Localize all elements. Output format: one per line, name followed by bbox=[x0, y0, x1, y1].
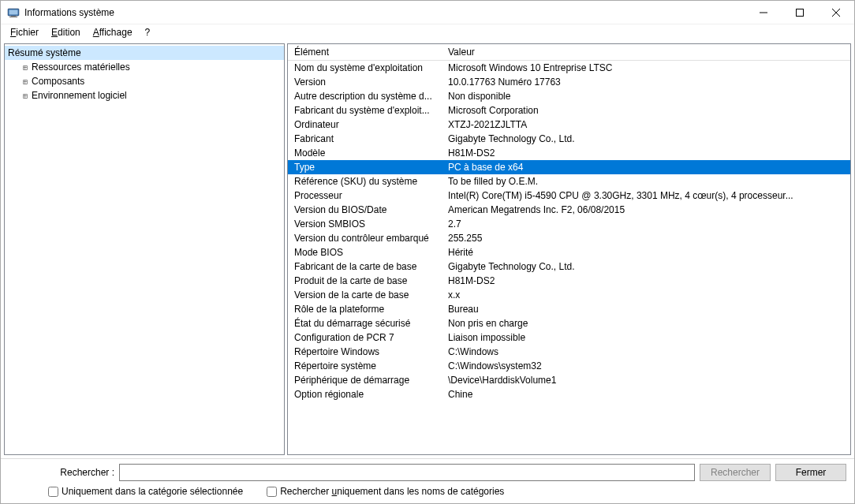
tree-item-label: Environnement logiciel bbox=[32, 90, 127, 101]
cell-value: Non disponible bbox=[442, 89, 850, 103]
cell-value: Non pris en charge bbox=[442, 316, 850, 330]
cell-element: Nom du système d'exploitation bbox=[288, 61, 442, 76]
table-row[interactable]: Version10.0.17763 Numéro 17763 bbox=[288, 75, 850, 89]
cell-element: Mode BIOS bbox=[288, 245, 442, 259]
cell-element: Version de la carte de base bbox=[288, 288, 442, 302]
cell-element: Fabricant du système d'exploit... bbox=[288, 103, 442, 118]
cell-value: H81M-DS2 bbox=[442, 146, 850, 160]
menu-help[interactable]: ? bbox=[139, 25, 157, 39]
check-selected-input[interactable] bbox=[48, 487, 58, 497]
tree-item[interactable]: ⊞Ressources matérielles bbox=[5, 60, 284, 74]
detail-scroll[interactable]: Élément Valeur Nom du système d'exploita… bbox=[288, 44, 850, 454]
cell-value: \Device\HarddiskVolume1 bbox=[442, 373, 850, 387]
close-footer-button[interactable]: Fermer bbox=[775, 464, 846, 481]
svg-rect-3 bbox=[9, 17, 17, 17]
menu-file[interactable]: Fichier bbox=[4, 25, 45, 39]
window-controls bbox=[745, 1, 854, 24]
table-row[interactable]: État du démarrage sécuriséNon pris en ch… bbox=[288, 316, 850, 330]
table-row[interactable]: Répertoire WindowsC:\Windows bbox=[288, 345, 850, 359]
tree-item[interactable]: ⊞Composants bbox=[5, 74, 284, 88]
app-icon bbox=[7, 6, 20, 19]
cell-element: Type bbox=[288, 160, 442, 174]
cell-element: Rôle de la plateforme bbox=[288, 302, 442, 316]
table-row[interactable]: Autre description du système d...Non dis… bbox=[288, 89, 850, 103]
cell-value: 2.7 bbox=[442, 217, 850, 231]
table-row[interactable]: FabricantGigabyte Technology Co., Ltd. bbox=[288, 132, 850, 146]
cell-element: Processeur bbox=[288, 189, 442, 203]
cell-element: Ordinateur bbox=[288, 118, 442, 132]
check-selected-category[interactable]: Uniquement dans la catégorie sélectionné… bbox=[48, 486, 243, 497]
table-row[interactable]: TypePC à base de x64 bbox=[288, 160, 850, 174]
search-input[interactable] bbox=[119, 464, 695, 481]
cell-element: Produit de la carte de base bbox=[288, 274, 442, 288]
tree-item-label: Ressources matérielles bbox=[32, 62, 130, 73]
table-row[interactable]: Rôle de la plateformeBureau bbox=[288, 302, 850, 316]
table-row[interactable]: Version du contrôleur embarqué255.255 bbox=[288, 231, 850, 245]
cell-element: Modèle bbox=[288, 146, 442, 160]
search-row: Rechercher : Rechercher Fermer bbox=[9, 464, 846, 481]
table-row[interactable]: Version de la carte de basex.x bbox=[288, 288, 850, 302]
table-row[interactable]: Périphérique de démarrage\Device\Harddis… bbox=[288, 373, 850, 387]
table-row[interactable]: Version SMBIOS2.7 bbox=[288, 217, 850, 231]
svg-rect-2 bbox=[11, 16, 16, 17]
table-row[interactable]: Nom du système d'exploitationMicrosoft W… bbox=[288, 61, 850, 76]
cell-value: C:\Windows bbox=[442, 345, 850, 359]
search-label: Rechercher : bbox=[9, 467, 114, 478]
window-title: Informations système bbox=[24, 7, 745, 18]
cell-value: Chine bbox=[442, 387, 850, 401]
table-row[interactable]: Fabricant de la carte de baseGigabyte Te… bbox=[288, 259, 850, 274]
cell-element: Version du BIOS/Date bbox=[288, 203, 442, 217]
expand-icon[interactable]: ⊞ bbox=[21, 77, 30, 86]
cell-element: Version bbox=[288, 75, 442, 89]
cell-value: 10.0.17763 Numéro 17763 bbox=[442, 75, 850, 89]
table-row[interactable]: ProcesseurIntel(R) Core(TM) i5-4590 CPU … bbox=[288, 189, 850, 203]
check-category-names[interactable]: Rechercher uniquement dans les noms de c… bbox=[267, 486, 504, 497]
table-row[interactable]: Fabricant du système d'exploit...Microso… bbox=[288, 103, 850, 118]
cell-value: Microsoft Corporation bbox=[442, 103, 850, 118]
cell-value: H81M-DS2 bbox=[442, 274, 850, 288]
column-header-value[interactable]: Valeur bbox=[442, 44, 850, 61]
column-header-element[interactable]: Élément bbox=[288, 44, 442, 61]
table-row[interactable]: Référence (SKU) du systèmeTo be filled b… bbox=[288, 174, 850, 189]
table-row[interactable]: Option régionaleChine bbox=[288, 387, 850, 401]
cell-value: Gigabyte Technology Co., Ltd. bbox=[442, 259, 850, 274]
table-row[interactable]: Version du BIOS/DateAmerican Megatrends … bbox=[288, 203, 850, 217]
minimize-button[interactable] bbox=[745, 1, 782, 24]
cell-element: Version du contrôleur embarqué bbox=[288, 231, 442, 245]
tree-root[interactable]: Résumé système bbox=[5, 46, 284, 60]
cell-value: Hérité bbox=[442, 245, 850, 259]
cell-value: Gigabyte Technology Co., Ltd. bbox=[442, 132, 850, 146]
tree-item-label: Composants bbox=[32, 76, 84, 87]
search-button[interactable]: Rechercher bbox=[700, 464, 771, 481]
cell-value: Microsoft Windows 10 Entreprise LTSC bbox=[442, 61, 850, 76]
check-names-input[interactable] bbox=[267, 487, 277, 497]
tree-item[interactable]: ⊞Environnement logiciel bbox=[5, 88, 284, 103]
table-row[interactable]: Répertoire systèmeC:\Windows\system32 bbox=[288, 359, 850, 373]
table-row[interactable]: Configuration de PCR 7Liaison impossible bbox=[288, 330, 850, 345]
menubar: Fichier Edition Affichage ? bbox=[1, 24, 854, 40]
svg-rect-5 bbox=[797, 9, 804, 16]
cell-value: 255.255 bbox=[442, 231, 850, 245]
cell-element: Version SMBIOS bbox=[288, 217, 442, 231]
cell-value: Intel(R) Core(TM) i5-4590 CPU @ 3.30GHz,… bbox=[442, 189, 850, 203]
cell-value: Liaison impossible bbox=[442, 330, 850, 345]
menu-edit[interactable]: Edition bbox=[45, 25, 87, 39]
expand-icon[interactable]: ⊞ bbox=[21, 91, 30, 100]
maximize-button[interactable] bbox=[782, 1, 818, 24]
close-button[interactable] bbox=[818, 1, 854, 24]
detail-pane: Élément Valeur Nom du système d'exploita… bbox=[287, 43, 851, 455]
cell-element: Autre description du système d... bbox=[288, 89, 442, 103]
content-area: Résumé système ⊞Ressources matérielles⊞C… bbox=[1, 40, 854, 458]
cell-element: Référence (SKU) du système bbox=[288, 174, 442, 189]
footer: Rechercher : Rechercher Fermer Uniquemen… bbox=[1, 458, 854, 503]
expand-icon[interactable]: ⊞ bbox=[21, 62, 30, 72]
table-row[interactable]: Mode BIOSHérité bbox=[288, 245, 850, 259]
table-row[interactable]: ModèleH81M-DS2 bbox=[288, 146, 850, 160]
table-row[interactable]: OrdinateurXTZJ-2021ZJLTTA bbox=[288, 118, 850, 132]
menu-view[interactable]: Affichage bbox=[87, 25, 139, 39]
tree-root-label: Résumé système bbox=[8, 47, 81, 58]
table-row[interactable]: Produit de la carte de baseH81M-DS2 bbox=[288, 274, 850, 288]
cell-value: To be filled by O.E.M. bbox=[442, 174, 850, 189]
cell-element: Périphérique de démarrage bbox=[288, 373, 442, 387]
tree-pane[interactable]: Résumé système ⊞Ressources matérielles⊞C… bbox=[4, 43, 285, 455]
